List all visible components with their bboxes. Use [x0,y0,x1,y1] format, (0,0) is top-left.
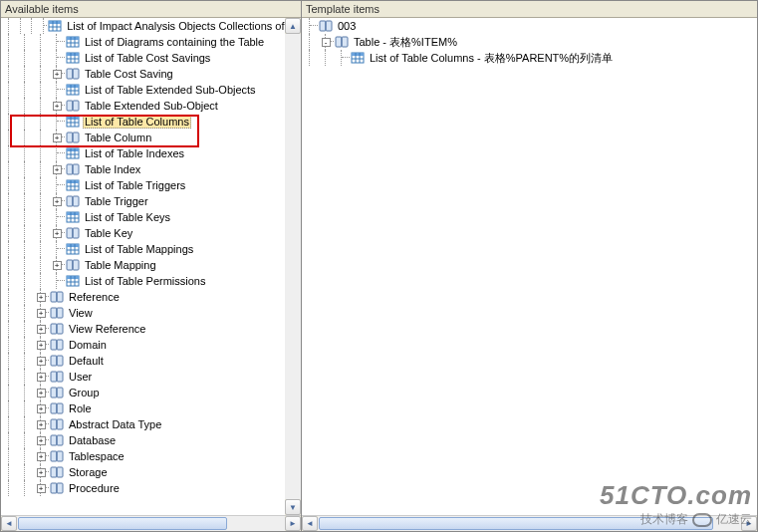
tree-item-label: List of Table Columns - 表格%PARENT%的列清单 [368,51,615,66]
scroll-left-button[interactable]: ◄ [302,516,318,531]
expander-icon[interactable]: + [37,420,46,429]
book-icon [65,226,81,240]
tree-item-label: List of Table Keys [83,211,172,223]
tree-item[interactable]: List of Diagrams containing the Table [1,34,301,50]
expander-icon[interactable]: + [53,102,62,111]
expander-icon[interactable]: + [37,341,46,350]
tree-item[interactable]: +Default [1,353,301,369]
tree-item-label: Database [67,434,118,446]
expander-icon[interactable]: + [37,484,46,493]
tree-item-label: List of Table Triggers [83,179,187,191]
expander-icon[interactable]: + [53,70,62,79]
expander-icon[interactable]: + [53,197,62,206]
expander-icon[interactable]: + [37,293,46,302]
expander-icon[interactable]: + [53,229,62,238]
expander-icon[interactable]: + [37,468,46,477]
tree-item[interactable]: List of Table Indexes [1,145,301,161]
tree-item[interactable]: +Domain [1,337,301,353]
tree-item[interactable]: List of Table Keys [1,209,301,225]
expander-icon[interactable]: + [37,404,46,413]
expander-icon[interactable]: + [53,133,62,142]
tree-item[interactable]: +Table Key [1,225,301,241]
tree-item[interactable]: +Table Trigger [1,193,301,209]
tree-item[interactable]: List of Table Cost Savings [1,50,301,66]
expander-icon[interactable]: + [37,309,46,318]
expander-icon[interactable]: + [37,325,46,334]
tree-item[interactable]: +User [1,369,301,385]
tree-item-label: List of Impact Analysis Objects Collecti… [65,20,301,32]
tree-item[interactable]: +Reference [1,289,301,305]
tree-item-label: Table - 表格%ITEM% [352,35,459,50]
scroll-left-button[interactable]: ◄ [1,516,17,531]
tree-item[interactable]: +Table Index [1,161,301,177]
tree-item-label: List of Table Columns [83,115,191,129]
grid-icon [65,35,81,49]
available-items-tree[interactable]: List of Impact Analysis Objects Collecti… [1,18,301,515]
right-horizontal-scrollbar[interactable]: ◄ ► [302,515,757,531]
tree-item[interactable]: List of Table Extended Sub-Objects [1,82,301,98]
tree-item[interactable]: +Procedure [1,480,301,496]
tree-item[interactable]: List of Table Columns - 表格%PARENT%的列清单 [302,50,757,66]
tree-item[interactable]: +Database [1,432,301,448]
tree-item-label: List of Table Extended Sub-Objects [83,84,258,96]
tree-item-label: Table Mapping [83,259,158,271]
tree-item[interactable]: +Table Column [1,130,301,145]
grid-icon [350,51,366,65]
template-items-panel: Template items 003-Table - 表格%ITEM%List … [302,1,757,531]
tree-item-label: List of Table Permissions [83,275,207,287]
tree-item[interactable]: +Table Mapping [1,257,301,273]
tree-item[interactable]: +Group [1,385,301,400]
expander-icon[interactable]: + [37,389,46,398]
grid-icon [65,242,81,256]
tree-item[interactable]: +View Reference [1,321,301,337]
expander-icon[interactable]: + [53,165,62,174]
tree-item[interactable]: +Table Cost Saving [1,66,301,82]
tree-item-label: Table Trigger [83,195,150,207]
tree-item[interactable]: List of Table Triggers [1,177,301,193]
expander-icon[interactable]: + [53,261,62,270]
tree-item[interactable]: List of Impact Analysis Objects Collecti… [1,18,301,34]
expander-icon[interactable]: + [37,373,46,382]
expander-icon[interactable]: + [37,357,46,366]
book-icon [49,338,65,352]
scroll-right-button[interactable]: ► [285,516,301,531]
book-icon [49,401,65,415]
scroll-right-button[interactable]: ► [741,516,757,531]
left-vertical-scrollbar[interactable]: ▲ ▼ [285,18,301,515]
scroll-thumb[interactable] [319,517,713,530]
grid-icon [65,83,81,97]
tree-item[interactable]: List of Table Permissions [1,273,301,289]
book-icon [65,162,81,176]
tree-item-label: List of Table Cost Savings [83,52,212,64]
expander-icon[interactable]: + [37,452,46,461]
book-icon [49,465,65,479]
grid-icon [47,19,63,33]
tree-item-label: Tablespace [67,450,126,462]
expander-icon[interactable]: - [322,38,331,47]
tree-item[interactable]: 003 [302,18,757,34]
tree-item[interactable]: +Table Extended Sub-Object [1,98,301,114]
book-icon [65,99,81,113]
tree-item[interactable]: +View [1,305,301,321]
book-icon [65,258,81,272]
tree-item[interactable]: List of Table Columns [1,114,301,130]
book-icon [49,370,65,384]
template-items-tree[interactable]: 003-Table - 表格%ITEM%List of Table Column… [302,18,757,515]
scroll-down-button[interactable]: ▼ [285,499,301,515]
tree-item[interactable]: +Abstract Data Type [1,416,301,432]
available-items-header: Available items [1,1,301,18]
book-icon [334,35,350,49]
tree-item-label: Reference [67,291,122,303]
book-icon [318,19,334,33]
tree-item[interactable]: List of Table Mappings [1,241,301,257]
left-horizontal-scrollbar[interactable]: ◄ ► [1,515,301,531]
tree-item[interactable]: -Table - 表格%ITEM% [302,34,757,50]
scroll-thumb[interactable] [18,517,227,530]
grid-icon [65,274,81,288]
scroll-up-button[interactable]: ▲ [285,18,301,34]
tree-item[interactable]: +Storage [1,464,301,480]
tree-item[interactable]: +Role [1,400,301,416]
grid-icon [65,51,81,65]
expander-icon[interactable]: + [37,436,46,445]
tree-item[interactable]: +Tablespace [1,448,301,464]
